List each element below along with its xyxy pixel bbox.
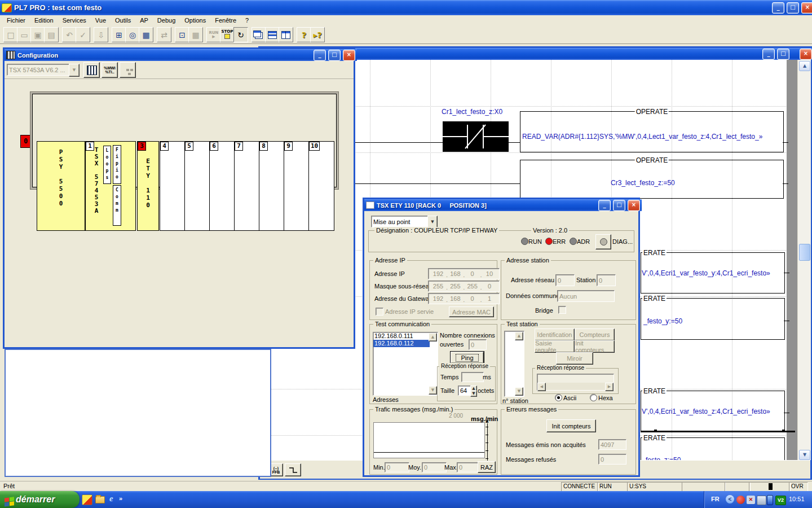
quicklaunch-ie-icon[interactable]: e — [109, 494, 113, 503]
scroll-thumb[interactable] — [799, 244, 810, 261]
rack-module-ety110[interactable]: 3 E T Y 1 1 0 — [137, 141, 159, 231]
init-compteurs-button-disabled: Init compteurs — [575, 340, 615, 353]
config-minimize-button[interactable]: _ — [314, 50, 326, 61]
quicklaunch-pl7-icon[interactable] — [82, 494, 92, 505]
selected-link[interactable] — [641, 431, 795, 432]
tray-network-disconnected-icon[interactable]: ✕ — [747, 496, 755, 504]
menu-debug[interactable]: Debug — [153, 16, 180, 25]
rack-slot-empty[interactable]: 8 — [259, 141, 284, 231]
address-list[interactable]: 192.168.0.111 192.168.0.112 ▲ ▼ — [373, 332, 438, 396]
config-close-button[interactable]: × — [343, 50, 355, 61]
menu-ap[interactable]: AP — [135, 16, 153, 25]
scroll-down-icon[interactable]: ▼ — [429, 386, 437, 395]
ladder-minimize-button[interactable]: _ — [762, 49, 775, 60]
scroll-down-icon[interactable]: ▼ — [799, 450, 810, 460]
ety-close-button[interactable]: × — [628, 200, 640, 211]
unacked-messages-label: Messages émis non acquités — [506, 441, 586, 448]
operate-block-read-z[interactable]: OPERATE READ_VAR(ADR#{1.112}SYS,'%MW',0,… — [520, 111, 784, 152]
rack-module-psy5500[interactable]: P S Y 5 5 0 0 — [37, 141, 85, 231]
main-close-button[interactable]: × — [801, 2, 812, 14]
tray-battery-icon[interactable] — [767, 495, 773, 505]
help-button[interactable]: ? — [297, 27, 311, 42]
tray-vnc-icon[interactable]: V2 — [775, 496, 786, 505]
refresh-button[interactable]: ↻ — [233, 27, 248, 42]
ety-maximize-button[interactable]: □ — [613, 200, 625, 211]
list-item-selected[interactable]: 192.168.0.112 — [373, 340, 430, 347]
common-data-label: Données communes — [506, 292, 563, 299]
application-browser-button[interactable]: ⊞ — [112, 27, 126, 42]
scroll-up-icon[interactable]: ▲ — [429, 333, 437, 341]
tray-display-icon[interactable] — [757, 496, 766, 505]
station-list[interactable]: ▲ ▼ — [504, 331, 524, 397]
operate-block-title: OPERATE — [635, 156, 669, 164]
operate-block-write-y[interactable]: ERATE V',0,4,Ecri1_var_festo_y:4,Cr1_ecr… — [641, 252, 785, 294]
operate-block-assign-z[interactable]: ERATE festo_z:=50 — [641, 437, 785, 460]
tray-alert-icon[interactable] — [736, 496, 745, 504]
menu-outils[interactable]: Outils — [111, 16, 135, 25]
quicklaunch-overflow-icon[interactable]: » — [119, 495, 122, 502]
main-minimize-button[interactable]: _ — [772, 2, 784, 14]
subnet-label: Masque sous-réseau — [374, 283, 433, 290]
cascade-windows-button[interactable] — [251, 27, 266, 42]
spin-down-icon[interactable]: ▼ — [470, 391, 477, 397]
hide-icons-chevron-icon[interactable]: < — [726, 495, 734, 503]
context-help-button[interactable]: ▸? — [310, 27, 325, 42]
rack-slot-empty[interactable]: 4 — [160, 141, 185, 231]
rack-module-tsx57453a[interactable]: 1 T S X 5 7 4 5 3 A L o o p s F i p i o … — [85, 141, 136, 231]
ladder-vscrollbar[interactable]: ▲ ▼ — [797, 60, 811, 460]
cpu-fipio-port[interactable]: F i p i o — [113, 145, 121, 184]
rack-slot-empty[interactable]: 10 — [308, 141, 334, 231]
init-compteurs-button[interactable]: Init compteurs — [546, 419, 596, 432]
raz-button[interactable]: RAZ — [478, 461, 496, 473]
ping-button[interactable]: Ping — [451, 352, 484, 364]
cpu-comm-port[interactable]: C o m m — [113, 185, 121, 226]
rack-slot-empty[interactable]: 5 — [184, 141, 210, 231]
scroll-right-icon[interactable]: ▶ — [605, 383, 614, 391]
list-item[interactable]: 192.168.0.111 — [373, 332, 430, 340]
config-maximize-button[interactable]: □ — [328, 50, 341, 61]
scroll-down-icon[interactable]: ▼ — [515, 387, 523, 396]
operate-block-cr3[interactable]: OPERATE Cr3_lect_festo_z:=50 — [520, 160, 784, 199]
ascii-radio[interactable] — [555, 394, 562, 401]
menu-options[interactable]: Options — [180, 16, 210, 25]
menu-fenetre[interactable]: Fenêtre — [210, 16, 241, 25]
menu-aide[interactable]: ? — [241, 16, 253, 25]
diag-label: DIAG... — [612, 238, 633, 245]
hexa-radio[interactable] — [590, 394, 597, 401]
mode-dropdown[interactable]: Mise au point — [371, 216, 432, 227]
operate-block-assign-y[interactable]: ERATE _festo_y:=50 — [641, 298, 785, 340]
rack-view-button[interactable] — [83, 62, 100, 78]
scroll-up-icon[interactable]: ▲ — [515, 332, 523, 340]
language-indicator[interactable]: FR — [711, 496, 720, 502]
tile-vertical-button[interactable] — [279, 27, 293, 42]
scroll-left-icon[interactable]: ◀ — [537, 383, 546, 391]
palette-step-button[interactable] — [285, 463, 301, 476]
cpu-loops-port[interactable]: L o o p s — [103, 146, 111, 184]
main-maximize-button[interactable]: □ — [787, 2, 799, 14]
ladder-maximize-button[interactable]: □ — [777, 49, 789, 60]
library-button[interactable]: ▦ — [139, 27, 153, 42]
start-button[interactable]: démarrer — [0, 491, 80, 508]
menu-edition[interactable]: Edition — [30, 16, 58, 25]
memory-objects-button[interactable]: %MWi%Ti.. — [102, 62, 118, 78]
menu-services[interactable]: Services — [58, 16, 91, 25]
config-title: Configuration — [17, 52, 58, 59]
stop-button[interactable]: STOP — [220, 27, 235, 42]
ety-minimize-button[interactable]: _ — [598, 200, 611, 211]
ladder-contact-selected[interactable] — [443, 121, 509, 152]
search-button[interactable]: ◎ — [125, 27, 140, 42]
tile-horizontal-button[interactable] — [265, 27, 280, 42]
terminal-button[interactable]: ⊡ — [175, 27, 189, 42]
response-hscrollbar[interactable]: ◀ ▶ — [537, 383, 614, 390]
diag-button[interactable] — [595, 234, 611, 249]
rack-slot-empty[interactable]: 7 — [234, 141, 259, 231]
ladder-close-button[interactable]: × — [800, 49, 812, 60]
rack-slot-empty[interactable]: 9 — [284, 141, 309, 231]
quicklaunch-folder-icon[interactable] — [95, 496, 105, 503]
operate-block-write-z[interactable]: ERATE V',0,4,Ecri1_var_festo_z:4,Cr1_ecr… — [641, 391, 785, 432]
menu-fichier[interactable]: Fichier — [2, 16, 30, 25]
scroll-up-icon[interactable]: ▲ — [799, 61, 810, 71]
menu-vue[interactable]: Vue — [91, 16, 111, 25]
operate-expression: Cr3_lect_festo_z:=50 — [611, 179, 675, 187]
rack-slot-empty[interactable]: 6 — [209, 141, 235, 231]
